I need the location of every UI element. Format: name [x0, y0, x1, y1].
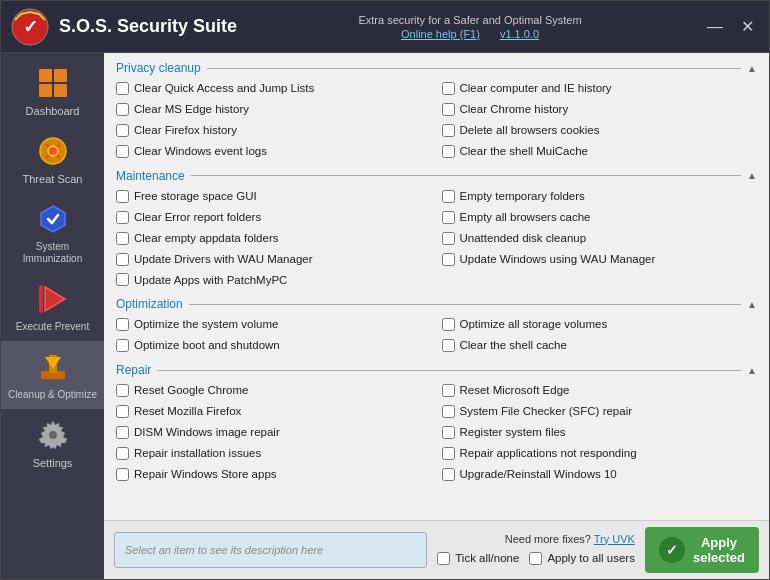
list-item[interactable]: Update Apps with PatchMyPC [116, 271, 432, 290]
help-link[interactable]: Online help (F1) [401, 28, 480, 40]
apply-check-icon: ✓ [659, 537, 685, 563]
list-item[interactable]: Repair applications not responding [442, 444, 758, 463]
sidebar-item-cleanup-optimize[interactable]: Cleanup & Optimize [1, 341, 104, 409]
checkbox-clear-muicache[interactable] [442, 145, 455, 158]
list-item[interactable]: Delete all browsers cookies [442, 121, 758, 140]
checkbox-clear-quick-access[interactable] [116, 82, 129, 95]
app-window: ✓ S.O.S. Security Suite Extra security f… [0, 0, 770, 580]
list-item[interactable]: Clear empty appdata folders [116, 229, 432, 248]
checkbox-repair-store-apps[interactable] [116, 468, 129, 481]
svg-rect-5 [39, 84, 52, 97]
checkbox-clear-error-report[interactable] [116, 211, 129, 224]
list-item[interactable]: Clear Windows event logs [116, 142, 432, 161]
checkbox-empty-temp[interactable] [442, 190, 455, 203]
list-item[interactable]: Clear the shell MuiCache [442, 142, 758, 161]
list-item[interactable]: Reset Google Chrome [116, 381, 432, 400]
scrollable-content[interactable]: Privacy cleanup ▲ Clear Quick Access and… [104, 53, 769, 520]
list-item[interactable]: Clear the shell cache [442, 336, 758, 355]
checkbox-update-apps[interactable] [116, 273, 129, 286]
title-bar: ✓ S.O.S. Security Suite Extra security f… [1, 1, 769, 53]
checkbox-clear-firefox[interactable] [116, 124, 129, 137]
list-item[interactable]: Update Drivers with WAU Manager [116, 250, 432, 269]
section-title-privacy: Privacy cleanup [116, 61, 201, 75]
minimize-button[interactable]: — [703, 15, 727, 39]
list-item[interactable]: Clear Firefox history [116, 121, 432, 140]
list-item[interactable]: Update Windows using WAU Manager [442, 250, 758, 269]
list-item[interactable]: Register system files [442, 423, 758, 442]
apply-selected-label: Applyselected [693, 535, 745, 565]
label-reset-firefox: Reset Mozilla Firefox [134, 404, 241, 419]
checkbox-dism-repair[interactable] [116, 426, 129, 439]
list-item[interactable]: Optimize the system volume [116, 315, 432, 334]
list-item[interactable]: Clear computer and IE history [442, 79, 758, 98]
checkbox-sfc-repair[interactable] [442, 405, 455, 418]
list-item[interactable]: Unattended disk cleanup [442, 229, 758, 248]
checkbox-optimize-all-vols[interactable] [442, 318, 455, 331]
close-button[interactable]: ✕ [735, 15, 759, 39]
checkbox-reset-ms-edge[interactable] [442, 384, 455, 397]
checkbox-clear-chrome[interactable] [442, 103, 455, 116]
list-item[interactable]: Free storage space GUI [116, 187, 432, 206]
sidebar-item-execute-prevent[interactable]: Execute Prevent [1, 273, 104, 341]
list-item[interactable]: Reset Mozilla Firefox [116, 402, 432, 421]
sidebar-item-threat-scan[interactable]: Threat Scan [1, 125, 104, 193]
list-item[interactable]: DISM Windows image repair [116, 423, 432, 442]
list-item[interactable]: Clear MS Edge history [116, 100, 432, 119]
collapse-privacy[interactable]: ▲ [747, 63, 757, 74]
tick-all-none-checkbox[interactable] [437, 552, 450, 565]
checkbox-clear-event-logs[interactable] [116, 145, 129, 158]
list-item[interactable]: Clear Quick Access and Jump Lists [116, 79, 432, 98]
checkbox-clear-ms-edge[interactable] [116, 103, 129, 116]
list-item[interactable]: System File Checker (SFC) repair [442, 402, 758, 421]
checkbox-free-storage[interactable] [116, 190, 129, 203]
sidebar-item-dashboard[interactable]: Dashboard [1, 57, 104, 125]
checkbox-reset-chrome[interactable] [116, 384, 129, 397]
collapse-maintenance[interactable]: ▲ [747, 170, 757, 181]
checkbox-unattended-disk[interactable] [442, 232, 455, 245]
checkbox-clear-computer-ie[interactable] [442, 82, 455, 95]
list-item[interactable]: Clear Error report folders [116, 208, 432, 227]
list-item[interactable]: Upgrade/Reinstall Windows 10 [442, 465, 758, 484]
collapse-repair[interactable]: ▲ [747, 365, 757, 376]
label-clear-shell-cache: Clear the shell cache [460, 338, 567, 353]
bottom-right: Need more fixes? Try UVK Tick all/none A… [437, 533, 635, 568]
checkbox-repair-install[interactable] [116, 447, 129, 460]
list-item[interactable]: Empty all browsers cache [442, 208, 758, 227]
sidebar-item-settings[interactable]: Settings [1, 409, 104, 477]
checkbox-clear-shell-cache[interactable] [442, 339, 455, 352]
label-optimize-boot: Optimize boot and shutdown [134, 338, 280, 353]
collapse-optimization[interactable]: ▲ [747, 299, 757, 310]
checkbox-optimize-system-vol[interactable] [116, 318, 129, 331]
checkbox-empty-browsers-cache[interactable] [442, 211, 455, 224]
apply-to-all-users-item[interactable]: Apply to all users [529, 549, 635, 568]
version-link[interactable]: v1.1.0.0 [500, 28, 539, 40]
section-header-privacy: Privacy cleanup ▲ [116, 61, 757, 75]
list-item[interactable]: Clear Chrome history [442, 100, 758, 119]
list-item[interactable]: Optimize boot and shutdown [116, 336, 432, 355]
try-uvk-link[interactable]: Try UVK [594, 533, 635, 545]
apply-to-all-users-checkbox[interactable] [529, 552, 542, 565]
apply-selected-button[interactable]: ✓ Applyselected [645, 527, 759, 573]
list-item[interactable]: Repair Windows Store apps [116, 465, 432, 484]
checkbox-delete-cookies[interactable] [442, 124, 455, 137]
checkbox-register-files[interactable] [442, 426, 455, 439]
checkbox-repair-apps-responding[interactable] [442, 447, 455, 460]
section-title-repair: Repair [116, 363, 151, 377]
checkbox-update-drivers[interactable] [116, 253, 129, 266]
list-item[interactable]: Reset Microsoft Edge [442, 381, 758, 400]
svg-rect-4 [54, 69, 67, 82]
label-free-storage: Free storage space GUI [134, 189, 257, 204]
list-item[interactable]: Repair installation issues [116, 444, 432, 463]
checkbox-optimize-boot[interactable] [116, 339, 129, 352]
checkbox-upgrade-win10[interactable] [442, 468, 455, 481]
checkbox-update-windows-wau[interactable] [442, 253, 455, 266]
checkbox-reset-firefox[interactable] [116, 405, 129, 418]
sidebar-item-system-immunization[interactable]: System Immunization [1, 193, 104, 273]
label-clear-error-report: Clear Error report folders [134, 210, 261, 225]
list-item[interactable]: Empty temporary folders [442, 187, 758, 206]
need-more-fixes: Need more fixes? Try UVK [505, 533, 635, 545]
list-item[interactable]: Optimize all storage volumes [442, 315, 758, 334]
tick-all-none-item[interactable]: Tick all/none [437, 549, 519, 568]
label-dism-repair: DISM Windows image repair [134, 425, 280, 440]
checkbox-clear-appdata[interactable] [116, 232, 129, 245]
